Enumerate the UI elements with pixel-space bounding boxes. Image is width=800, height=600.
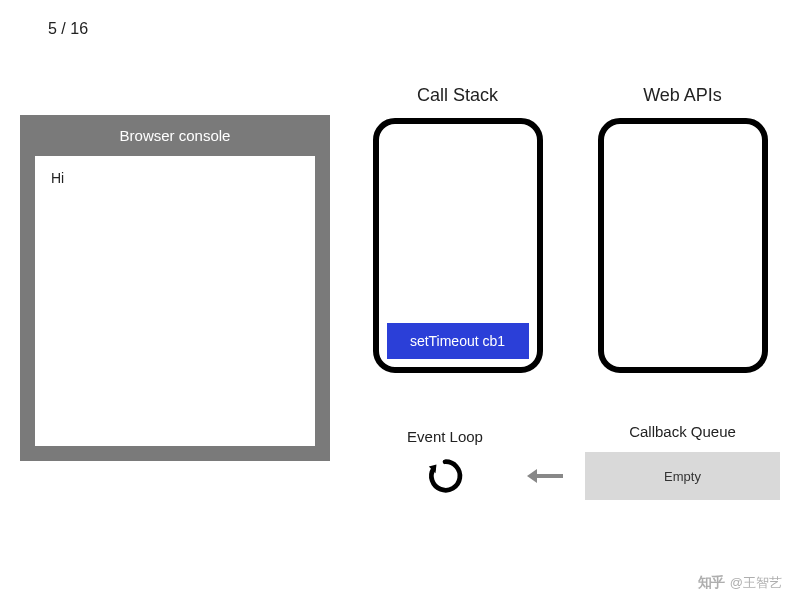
runtime-column: Call Stack setTimeout cb1 Web APIs Event… [360,85,780,500]
loop-queue-row: Event Loop Callback Queue Empty [360,423,780,500]
browser-console: Browser console Hi [20,115,330,461]
stacks-row: Call Stack setTimeout cb1 Web APIs [360,85,780,373]
slide-counter: 5 / 16 [48,20,88,38]
web-apis-box [598,118,768,373]
arrow-section [525,466,565,486]
call-stack-section: Call Stack setTimeout cb1 [360,85,555,373]
web-apis-title: Web APIs [643,85,722,106]
event-loop-section: Event Loop [385,428,505,495]
console-column: Browser console Hi [20,85,330,500]
call-stack-title: Call Stack [417,85,498,106]
web-apis-section: Web APIs [585,85,780,373]
callback-queue-title: Callback Queue [585,423,780,440]
event-loop-title: Event Loop [407,428,483,445]
diagram-container: Browser console Hi Call Stack setTimeout… [20,85,780,500]
callback-queue-box: Empty [585,452,780,500]
callback-queue-content: Empty [664,469,701,484]
watermark-user: @王智艺 [730,574,782,592]
call-stack-box: setTimeout cb1 [373,118,543,373]
console-output-line: Hi [51,170,299,186]
slide-total: 16 [70,20,88,37]
watermark-brand: 知乎 [698,574,724,592]
console-body: Hi [35,156,315,446]
console-title: Browser console [35,115,315,156]
slide-separator: / [57,20,70,37]
loop-icon [426,457,464,495]
slide-current: 5 [48,20,57,37]
callback-queue-section: Callback Queue Empty [585,423,780,500]
stack-frame: setTimeout cb1 [387,323,529,359]
arrow-left-icon [525,466,565,486]
watermark: 知乎 @王智艺 [698,574,782,592]
